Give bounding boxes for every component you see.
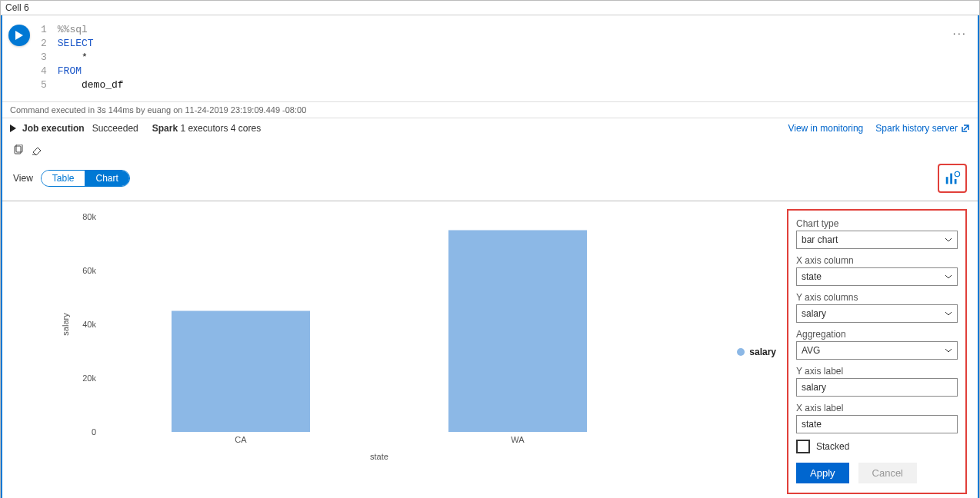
tab-chart[interactable]: Chart: [85, 171, 128, 186]
svg-text:20k: 20k: [82, 374, 96, 383]
aggregation-label: Aggregation: [796, 329, 958, 340]
chart-type-select[interactable]: bar chart: [796, 231, 958, 249]
cell-body: 1 2 3 4 5 %%sql SELECT * FROM demo_df ··…: [1, 15, 979, 498]
run-button[interactable]: [8, 25, 30, 46]
svg-rect-4: [950, 174, 952, 184]
spark-history-link[interactable]: Spark history server: [875, 123, 970, 134]
svg-text:CA: CA: [235, 435, 247, 444]
svg-rect-15: [448, 231, 587, 433]
execution-status-line: Command executed in 3s 144ms by euang on…: [2, 101, 978, 118]
view-label: View: [13, 173, 33, 184]
chevron-down-icon: [945, 273, 952, 281]
view-toggle: Table Chart: [41, 170, 130, 187]
x-axis-column-select[interactable]: state: [796, 267, 958, 286]
svg-text:state: state: [370, 452, 388, 461]
chart-area: 020k40k60k80ksalaryCAWAstate salary Char…: [2, 201, 978, 498]
svg-rect-3: [946, 177, 948, 184]
y-axis-columns-select[interactable]: salary: [796, 304, 958, 323]
svg-rect-13: [172, 311, 310, 433]
svg-text:40k: 40k: [82, 320, 96, 329]
output-toolbar: [2, 138, 978, 158]
view-monitoring-link[interactable]: View in monitoring: [788, 123, 863, 134]
legend-label: salary: [749, 347, 776, 357]
line-gutter: 1 2 3 4 5: [41, 23, 58, 92]
code-row: 1 2 3 4 5 %%sql SELECT * FROM demo_df ··…: [2, 15, 978, 101]
spark-detail: 1 executors 4 cores: [180, 123, 261, 134]
y-axis-columns-label: Y axis columns: [796, 292, 958, 303]
svg-text:WA: WA: [511, 435, 525, 444]
tab-table[interactable]: Table: [42, 171, 85, 186]
cancel-button[interactable]: Cancel: [858, 463, 917, 483]
execution-bar: Job execution Succeeded Spark 1 executor…: [2, 118, 978, 138]
chart-legend: salary: [737, 347, 776, 357]
view-row: View Table Chart: [2, 158, 978, 201]
chart-settings-button[interactable]: [938, 164, 967, 193]
x-axis-column-label: X axis column: [796, 255, 958, 266]
chevron-down-icon: [945, 236, 952, 244]
bar-chart: 020k40k60k80ksalaryCAWAstate: [13, 209, 776, 463]
y-axis-label-input[interactable]: salary: [796, 378, 958, 397]
svg-marker-0: [15, 31, 23, 40]
svg-text:salary: salary: [61, 313, 70, 336]
clear-icon[interactable]: [32, 144, 42, 158]
stacked-checkbox[interactable]: [796, 440, 810, 453]
chart-plot: 020k40k60k80ksalaryCAWAstate salary: [13, 209, 776, 494]
code-lines: %%sql SELECT * FROM demo_df: [58, 23, 124, 92]
svg-text:80k: 80k: [82, 212, 96, 221]
cell-title: Cell 6: [1, 1, 979, 15]
stacked-label: Stacked: [816, 441, 849, 452]
svg-rect-5: [955, 179, 957, 184]
spark-label: Spark: [152, 123, 178, 134]
job-execution-status: Succeeded: [92, 123, 138, 134]
x-axis-label-input[interactable]: state: [796, 415, 958, 433]
job-execution-label: Job execution: [22, 123, 85, 134]
chart-type-label: Chart type: [796, 218, 958, 229]
code-editor[interactable]: 1 2 3 4 5 %%sql SELECT * FROM demo_df: [41, 23, 124, 92]
notebook-cell: Cell 6 1 2 3 4 5 %%sql SELECT * FROM: [0, 0, 980, 498]
x-axis-label-label: X axis label: [796, 403, 958, 413]
chevron-down-icon: [945, 310, 952, 317]
expand-icon[interactable]: [10, 124, 16, 132]
chevron-down-icon: [945, 347, 952, 354]
svg-text:0: 0: [92, 427, 96, 437]
y-axis-label-label: Y axis label: [796, 366, 958, 377]
apply-button[interactable]: Apply: [796, 463, 849, 483]
cell-more-button[interactable]: ···: [952, 26, 967, 39]
legend-dot-icon: [737, 348, 745, 356]
copy-icon[interactable]: [13, 144, 24, 158]
external-link-icon: [961, 124, 970, 133]
aggregation-select[interactable]: AVG: [796, 341, 958, 360]
chart-settings-panel: Chart type bar chart X axis column state…: [787, 209, 967, 494]
svg-text:60k: 60k: [82, 266, 96, 275]
